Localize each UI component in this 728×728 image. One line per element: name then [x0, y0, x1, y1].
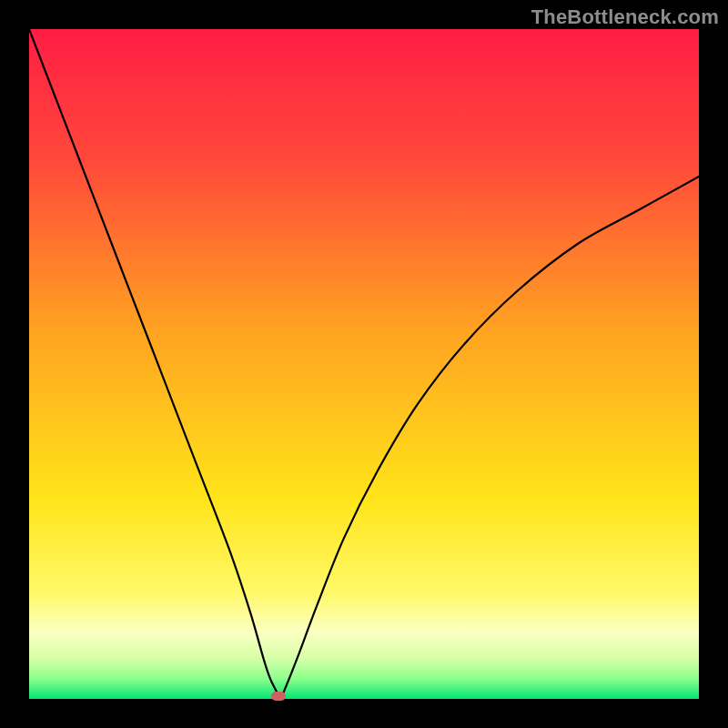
svg-rect-0: [29, 29, 699, 699]
watermark-text: TheBottleneck.com: [531, 5, 719, 29]
plot-area: [29, 29, 699, 699]
optimal-point-marker: [271, 692, 286, 701]
background-gradient: [29, 29, 699, 699]
